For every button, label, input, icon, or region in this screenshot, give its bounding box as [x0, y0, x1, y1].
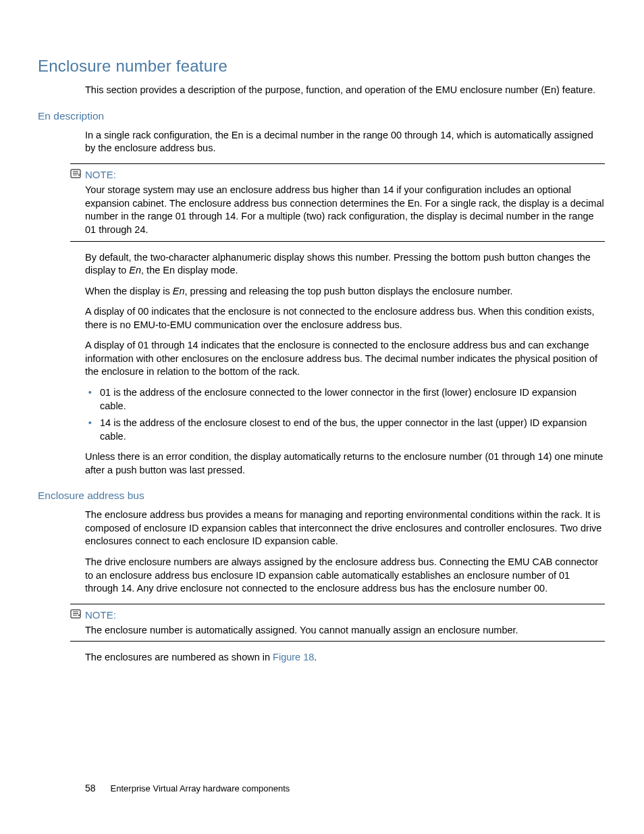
list-item: 01 is the address of the enclosure conne…	[97, 386, 603, 413]
body-paragraph: When the display is En, pressing and rel…	[85, 285, 603, 298]
page-number: 58	[85, 783, 96, 793]
body-paragraph: A display of 00 indicates that the enclo…	[85, 305, 603, 332]
heading-en-description: En description	[38, 109, 606, 124]
footer-title: Enterprise Virtual Array hardware compon…	[111, 783, 290, 793]
body-paragraph: Unless there is an error condition, the …	[85, 450, 603, 477]
note-label: NOTE:	[85, 608, 605, 622]
svg-rect-4	[71, 610, 80, 618]
page-content: Enclosure number feature This section pr…	[38, 55, 606, 672]
enclosure-address-bus-block: The enclosure address bus provides a mea…	[85, 509, 603, 595]
note-callout: NOTE: Your storage system may use an enc…	[70, 163, 605, 242]
body-paragraph: In a single rack configuration, the En i…	[85, 129, 603, 155]
figure-xref-link[interactable]: Figure 18	[273, 652, 314, 662]
note-icon	[70, 609, 81, 619]
en-description-block-2: By default, the two-character alphanumer…	[85, 251, 603, 477]
note-label: NOTE:	[85, 168, 605, 182]
note-body: The enclosure number is automatically as…	[85, 624, 605, 637]
bullet-list: 01 is the address of the enclosure conne…	[85, 386, 603, 443]
body-paragraph: By default, the two-character alphanumer…	[85, 251, 603, 278]
body-paragraph: The enclosures are numbered as shown in …	[85, 651, 603, 664]
heading-enclosure-number-feature: Enclosure number feature	[38, 55, 606, 77]
heading-enclosure-address-bus: Enclosure address bus	[38, 489, 606, 503]
list-item: 14 is the address of the enclosure close…	[97, 417, 603, 443]
svg-rect-0	[71, 170, 80, 178]
intro-paragraph: This section provides a description of t…	[85, 84, 603, 97]
note-body: Your storage system may use an enclosure…	[85, 184, 605, 236]
intro-block: This section provides a description of t…	[85, 84, 603, 97]
note-icon	[70, 169, 81, 178]
italic-term: En	[173, 286, 185, 296]
body-paragraph: A display of 01 through 14 indicates tha…	[85, 339, 603, 379]
enclosure-address-bus-block-2: The enclosures are numbered as shown in …	[85, 651, 603, 664]
note-callout: NOTE: The enclosure number is automatica…	[70, 604, 605, 642]
italic-term: En	[129, 265, 141, 276]
body-paragraph: The drive enclosure numbers are always a…	[85, 556, 603, 596]
body-paragraph: The enclosure address bus provides a mea…	[85, 509, 603, 548]
en-description-block: In a single rack configuration, the En i…	[85, 129, 603, 155]
page-footer: 58Enterprise Virtual Array hardware comp…	[85, 782, 290, 795]
